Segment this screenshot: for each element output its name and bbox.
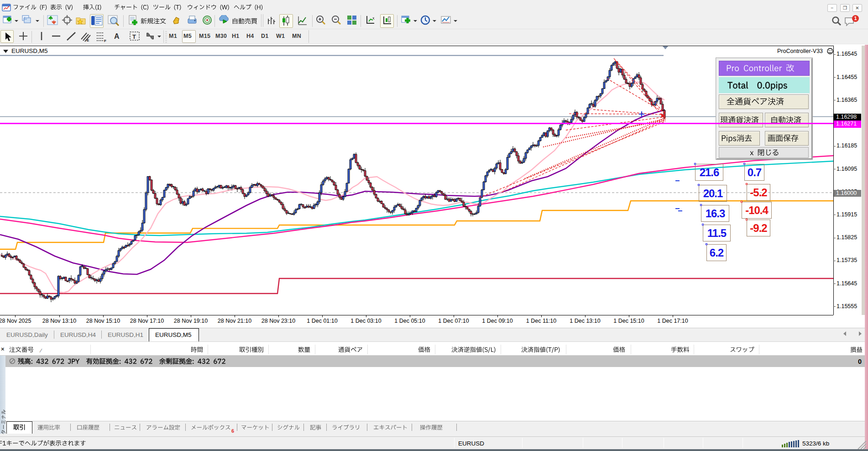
svg-text:T: T [132,33,136,40]
svg-text:F: F [104,39,106,42]
svg-text:E: E [87,38,89,42]
